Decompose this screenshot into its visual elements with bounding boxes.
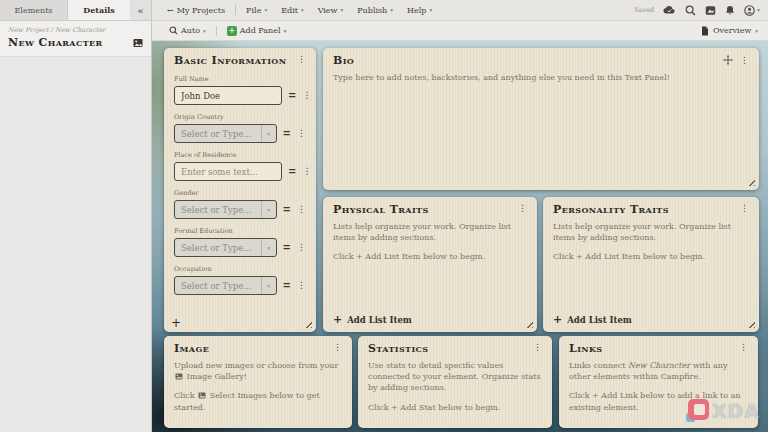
notifications-bell-icon[interactable]	[725, 5, 735, 16]
chevron-down-icon: ▾	[755, 28, 758, 34]
top-toolbar: ← My Projects File▾ Edit▾ View▾ Publish▾…	[152, 0, 768, 21]
panel-menu-icon[interactable]: ⋮	[297, 55, 306, 64]
chevron-down-icon: ▾	[264, 7, 267, 13]
bio-placeholder-text[interactable]: Type here to add notes, backstories, and…	[333, 72, 749, 83]
element-image-icon[interactable]	[133, 38, 143, 48]
menu-view[interactable]: View▾	[311, 6, 351, 15]
add-field-button[interactable]: +	[171, 317, 181, 329]
chevron-down-icon: ▾	[301, 7, 304, 13]
field-gender: Gender Select or Type... ▾ = ⋮	[174, 189, 306, 219]
field-menu-icon[interactable]: ⋮	[297, 281, 306, 290]
search-icon[interactable]	[685, 5, 696, 16]
gender-select[interactable]: Select or Type... ▾	[174, 200, 277, 219]
drag-handle-icon[interactable]: =	[288, 166, 296, 178]
panel-personality-traits[interactable]: Personality Traits ⋮ Lists help organize…	[543, 197, 759, 332]
menu-file[interactable]: File▾	[239, 6, 274, 15]
panel-title: Basic Information	[174, 55, 286, 67]
field-label: Formal Education	[174, 227, 306, 235]
add-list-item-button[interactable]: + Add List Item	[553, 314, 632, 325]
account-menu[interactable]: ▾	[744, 5, 760, 16]
image-gallery-icon	[175, 373, 183, 380]
panel-help-text: Lists help organize your work. Organize …	[333, 221, 527, 243]
save-status: Saved	[634, 6, 654, 14]
add-panel-plus-icon: +	[227, 26, 237, 36]
panel-menu-icon[interactable]: ⋮	[739, 343, 748, 352]
back-to-projects-button[interactable]: ← My Projects	[160, 6, 232, 15]
drag-handle-icon[interactable]: =	[283, 242, 291, 254]
panel-help-text: Use stats to detail specific values conn…	[368, 360, 542, 394]
chevron-down-icon: ▾	[390, 7, 393, 13]
plus-icon: +	[553, 314, 562, 325]
sidebar-collapse-icon[interactable]: «	[130, 0, 151, 20]
watermark-text: XDA	[712, 400, 760, 422]
panel-physical-traits[interactable]: Physical Traits ⋮ Lists help organize yo…	[323, 197, 537, 332]
add-list-item-button[interactable]: + Add List Item	[333, 314, 412, 325]
panel-title: Physical Traits	[333, 204, 429, 216]
panel-statistics[interactable]: Statistics ⋮ Use stats to detail specifi…	[358, 336, 552, 428]
field-label: Place of Residence	[174, 151, 306, 159]
resize-handle[interactable]	[525, 320, 533, 328]
field-menu-icon[interactable]: ⋮	[297, 129, 306, 138]
breadcrumb: New Project / New Character	[8, 26, 143, 34]
tab-details[interactable]: Details	[68, 0, 130, 20]
field-label: Occupation	[174, 265, 306, 273]
add-panel-button[interactable]: + Add Panel ▾	[220, 26, 294, 36]
menu-publish[interactable]: Publish▾	[350, 6, 400, 15]
back-arrow-icon: ←	[167, 6, 174, 15]
field-menu-icon[interactable]: ⋮	[297, 243, 306, 252]
field-menu-icon[interactable]: ⋮	[302, 91, 311, 100]
origin-country-select[interactable]: Select or Type... ▾	[174, 124, 277, 143]
cloud-sync-icon	[663, 5, 676, 15]
field-full-name: Full Name = ⋮	[174, 75, 306, 105]
whats-new-icon[interactable]	[705, 5, 716, 16]
panel-image[interactable]: Image ⋮ Upload new images or choose from…	[164, 336, 352, 428]
panel-menu-icon[interactable]: ⋮	[740, 204, 749, 213]
chevron-down-icon: ▾	[261, 201, 276, 218]
resize-handle[interactable]	[304, 320, 312, 328]
field-occupation: Occupation Select or Type... ▾ = ⋮	[174, 265, 306, 295]
panel-menu-icon[interactable]: ⋮	[740, 56, 749, 65]
xda-logo-icon	[686, 399, 709, 422]
full-name-input[interactable]	[174, 86, 282, 105]
drag-handle-icon[interactable]: =	[288, 90, 296, 102]
chevron-down-icon: ▾	[261, 125, 276, 142]
field-menu-icon[interactable]: ⋮	[302, 167, 311, 176]
field-place-of-residence: Place of Residence = ⋮	[174, 151, 306, 181]
dashboard-canvas: Basic Information ⋮ Full Name = ⋮ Origin…	[152, 41, 768, 432]
chevron-down-icon: ▾	[261, 239, 276, 256]
chevron-down-icon: ▾	[203, 28, 206, 34]
drag-handle-icon[interactable]: =	[283, 204, 291, 216]
panel-basic-information[interactable]: Basic Information ⋮ Full Name = ⋮ Origin…	[164, 48, 316, 332]
zoom-magnifier-icon	[169, 26, 178, 35]
sidebar-tabs: Elements Details «	[0, 0, 151, 21]
field-label: Full Name	[174, 75, 306, 83]
select-images-icon	[198, 392, 206, 399]
menu-edit[interactable]: Edit▾	[274, 6, 311, 15]
occupation-select[interactable]: Select or Type... ▾	[174, 276, 277, 295]
panel-toolbar: Auto ▾ + Add Panel ▾ Overview ▾	[152, 21, 768, 41]
panel-help-text: Click + Add List Item below to begin.	[333, 251, 527, 262]
field-menu-icon[interactable]: ⋮	[297, 205, 306, 214]
drag-handle-icon[interactable]: =	[283, 280, 291, 292]
sidebar-header: New Project / New Character New Characte…	[0, 21, 151, 57]
panel-help-text: Click + Add Stat below to begin.	[368, 402, 542, 413]
plus-icon: +	[333, 314, 342, 325]
place-of-residence-input[interactable]	[174, 162, 282, 181]
panel-title: Personality Traits	[553, 204, 669, 216]
view-selector[interactable]: Overview ▾	[701, 26, 758, 36]
move-icon[interactable]	[723, 55, 733, 65]
panel-help-text: Click Select Images below to get started…	[174, 390, 342, 412]
panel-menu-icon[interactable]: ⋮	[533, 343, 542, 352]
panel-bio[interactable]: Bio ⋮ Type here to add notes, backstorie…	[323, 48, 759, 190]
drag-handle-icon[interactable]: =	[283, 128, 291, 140]
panel-menu-icon[interactable]: ⋮	[518, 204, 527, 213]
chevron-down-icon: ▾	[261, 277, 276, 294]
formal-education-select[interactable]: Select or Type... ▾	[174, 238, 277, 257]
toolbar-divider	[235, 5, 236, 15]
zoom-control[interactable]: Auto ▾	[162, 26, 213, 35]
panel-menu-icon[interactable]: ⋮	[333, 343, 342, 352]
menu-help[interactable]: Help▾	[400, 6, 439, 15]
tab-elements[interactable]: Elements	[0, 0, 68, 20]
resize-handle[interactable]	[747, 320, 755, 328]
resize-handle[interactable]	[747, 178, 755, 186]
